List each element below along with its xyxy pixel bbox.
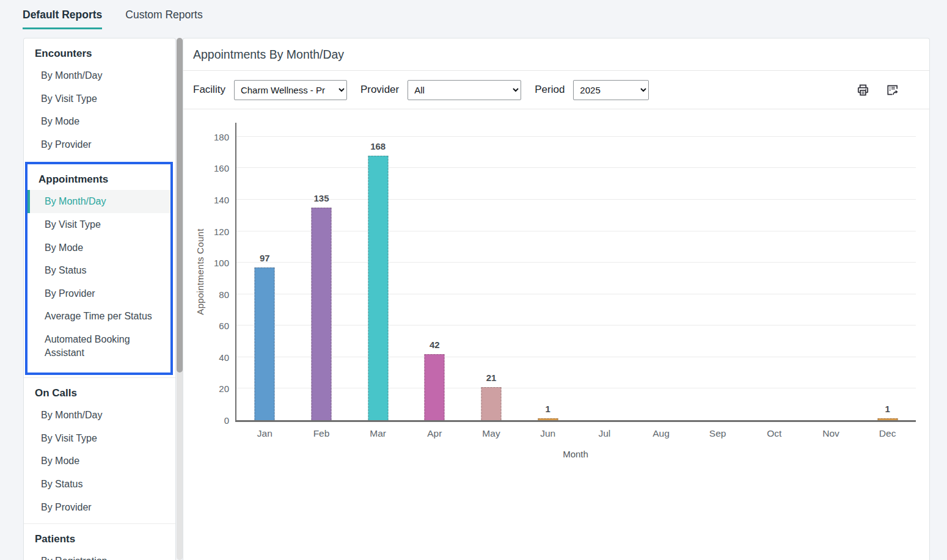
x-tick-jan: Jan xyxy=(257,428,272,439)
y-axis-title: Appointments Count xyxy=(195,228,205,315)
sidebar-section-appointments: AppointmentsBy Month/DayBy Visit TypeBy … xyxy=(25,162,173,375)
sidebar-item-by-mode[interactable]: By Mode xyxy=(24,449,175,473)
report-actions xyxy=(855,82,900,98)
main-panel: Appointments By Month/Day FacilityCharm … xyxy=(183,38,930,560)
bar-apr[interactable] xyxy=(425,354,445,420)
bar-value-mar: 168 xyxy=(370,141,386,151)
filter-select-period[interactable]: 2025 xyxy=(573,80,649,100)
y-tick-label: 120 xyxy=(214,226,229,236)
x-tick-oct: Oct xyxy=(767,428,781,439)
gridline xyxy=(236,199,916,200)
tab-default-reports[interactable]: Default Reports xyxy=(23,9,102,29)
gridline xyxy=(236,294,916,294)
bar-jan[interactable] xyxy=(255,267,275,420)
bar-mar[interactable] xyxy=(368,156,388,420)
x-tick-apr: Apr xyxy=(427,428,442,439)
bar-dec[interactable] xyxy=(877,418,898,420)
report-title-row: Appointments By Month/Day xyxy=(183,38,929,71)
filter-select-provider[interactable]: All xyxy=(408,80,521,100)
y-tick-label: 160 xyxy=(214,163,229,173)
y-tick-label: 180 xyxy=(214,131,229,142)
x-tick-nov: Nov xyxy=(822,428,839,439)
bar-may[interactable] xyxy=(481,387,502,420)
sidebar-item-by-month-day[interactable]: By Month/Day xyxy=(24,64,175,87)
chart-area: Appointments Count 020406080100120140160… xyxy=(183,109,929,459)
bar-value-feb: 135 xyxy=(313,193,329,203)
sidebar-item-by-registration[interactable]: By Registration xyxy=(24,550,175,560)
sidebar-item-automated-booking-assistant[interactable]: Automated Booking Assistant xyxy=(27,328,170,364)
sidebar-section-title: Appointments xyxy=(27,164,170,190)
gridline xyxy=(236,357,916,357)
sidebar-item-by-visit-type[interactable]: By Visit Type xyxy=(24,87,175,111)
bar-value-may: 21 xyxy=(486,373,497,383)
bar-value-apr: 42 xyxy=(430,340,440,350)
x-axis-title: Month xyxy=(235,449,916,459)
y-tick-label: 20 xyxy=(219,384,229,394)
y-tick-label: 40 xyxy=(219,352,229,362)
page-title: Appointments By Month/Day xyxy=(193,48,344,62)
filter-row: FacilityCharm Wellness - PrProviderAllPe… xyxy=(183,71,929,109)
filters: FacilityCharm Wellness - PrProviderAllPe… xyxy=(193,80,649,100)
filter-period: Period2025 xyxy=(535,80,649,100)
sidebar: EncountersBy Month/DayBy Visit TypeBy Mo… xyxy=(23,38,176,560)
filter-facility: FacilityCharm Wellness - Pr xyxy=(193,80,347,100)
x-tick-aug: Aug xyxy=(653,428,670,439)
filter-label-provider: Provider xyxy=(360,84,399,96)
sidebar-section-patients: PatientsBy RegistrationBy DemographicsBy… xyxy=(24,523,175,560)
gridline xyxy=(236,325,916,325)
x-tick-jun: Jun xyxy=(540,428,555,439)
sidebar-item-by-visit-type[interactable]: By Visit Type xyxy=(27,213,170,236)
y-tick-label: 100 xyxy=(214,258,229,268)
bar-jun[interactable] xyxy=(538,418,558,420)
sidebar-section-title: Encounters xyxy=(24,38,175,64)
sidebar-section-title: On Calls xyxy=(24,378,175,404)
sidebar-item-by-mode[interactable]: By Mode xyxy=(27,236,170,260)
bar-feb[interactable] xyxy=(312,208,332,420)
x-tick-sep: Sep xyxy=(709,428,726,439)
x-tick-feb: Feb xyxy=(313,428,330,439)
print-icon xyxy=(856,83,870,97)
gridline xyxy=(236,388,916,388)
sidebar-scrollbar-thumb[interactable] xyxy=(177,38,183,373)
sidebar-item-average-time-per-status[interactable]: Average Time per Status xyxy=(27,305,170,328)
y-tick-label: 80 xyxy=(219,289,229,299)
sidebar-item-by-provider[interactable]: By Provider xyxy=(27,282,170,305)
sidebar-item-by-mode[interactable]: By Mode xyxy=(24,110,175,133)
x-tick-dec: Dec xyxy=(879,428,896,439)
x-tick-may: May xyxy=(482,428,500,439)
sidebar-scrollbar[interactable] xyxy=(177,38,183,560)
y-tick-label: 60 xyxy=(219,321,229,331)
gridline xyxy=(236,167,916,168)
sidebar-item-by-status[interactable]: By Status xyxy=(24,473,175,496)
filter-select-facility[interactable]: Charm Wellness - Pr xyxy=(234,80,347,100)
print-button[interactable] xyxy=(855,82,871,98)
sidebar-item-by-provider[interactable]: By Provider xyxy=(24,496,175,519)
sidebar-item-by-month-day[interactable]: By Month/Day xyxy=(24,404,175,427)
x-tick-jul: Jul xyxy=(598,428,610,439)
sidebar-section-title: Patients xyxy=(24,524,175,550)
y-tick-label: 140 xyxy=(214,194,229,205)
sidebar-section-on-calls: On CallsBy Month/DayBy Visit TypeBy Mode… xyxy=(24,377,175,523)
tab-custom-reports[interactable]: Custom Reports xyxy=(125,9,202,29)
filter-label-facility: Facility xyxy=(193,84,225,96)
export-icon xyxy=(885,83,899,97)
filter-label-period: Period xyxy=(535,84,565,96)
report-tabbar: Default Reports Custom Reports xyxy=(0,0,947,38)
bar-value-jun: 1 xyxy=(545,404,550,414)
filter-provider: ProviderAll xyxy=(360,80,521,100)
sidebar-item-by-month-day[interactable]: By Month/Day xyxy=(27,190,170,213)
export-button[interactable] xyxy=(884,82,900,98)
sidebar-sections: EncountersBy Month/DayBy Visit TypeBy Mo… xyxy=(24,38,175,560)
sidebar-section-encounters: EncountersBy Month/DayBy Visit TypeBy Mo… xyxy=(24,38,175,161)
sidebar-item-by-provider[interactable]: By Provider xyxy=(24,133,175,156)
bar-value-jan: 97 xyxy=(260,253,270,263)
x-tick-mar: Mar xyxy=(370,428,386,439)
gridline xyxy=(236,262,916,263)
gridline xyxy=(236,231,916,231)
bar-value-dec: 1 xyxy=(885,404,890,414)
sidebar-item-by-visit-type[interactable]: By Visit Type xyxy=(24,427,175,450)
gridline xyxy=(236,136,916,137)
bar-chart: Appointments Count 020406080100120140160… xyxy=(235,123,916,422)
sidebar-item-by-status[interactable]: By Status xyxy=(27,259,170,282)
y-tick-label: 0 xyxy=(224,415,229,426)
